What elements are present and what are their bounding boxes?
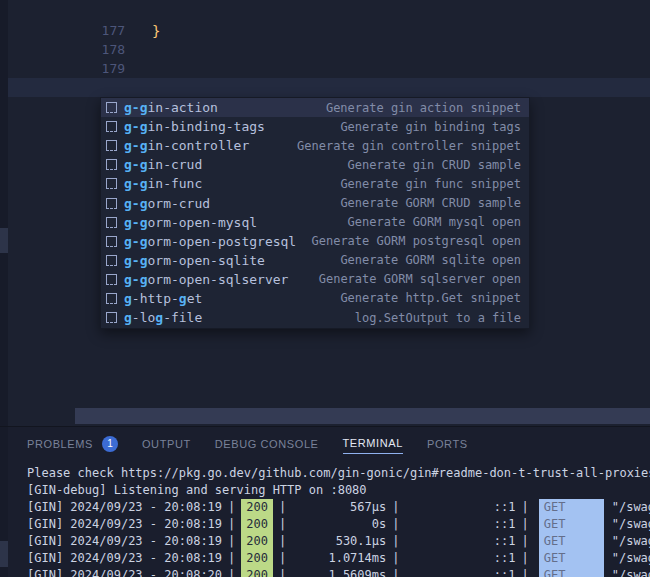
suggestion-item[interactable]: g-gin-action Generate gin action snippet [101,98,529,117]
snippet-icon [106,312,117,323]
tab-label: DEBUG CONSOLE [215,438,319,450]
client-ip: ::1 [405,550,515,567]
tab-label: OUTPUT [142,438,191,450]
tab-ports[interactable]: PORTS [427,432,468,454]
terminal-output[interactable]: Please check https://pkg.go.dev/github.c… [0,458,650,577]
suggestion-description: Generate gin func snippet [340,177,521,191]
latency-value: 567µs [292,499,386,516]
suggestion-label: g-gorm-open-postgresql [124,234,296,249]
http-method-badge: GET [539,533,604,550]
snippet-icon [106,255,117,266]
bottom-panel: PROBLEMS 1 OUTPUT DEBUG CONSOLE TERMINAL… [0,426,650,577]
gutter-decoration [0,541,8,567]
request-path: "/swagger/ [612,500,650,514]
terminal-info-line: Please check https://pkg.go.dev/github.c… [27,465,650,482]
client-ip: ::1 [405,516,515,533]
problems-count-badge: 1 [102,436,118,452]
request-path: "/swagger/ [612,551,650,565]
log-prefix: [GIN] 2024/09/23 - 20:08:19 [27,500,222,514]
tab-debug-console[interactable]: DEBUG CONSOLE [215,432,319,454]
http-method-badge: GET [539,499,604,516]
suggestion-item[interactable]: g-gin-controller Generate gin controller… [101,136,529,155]
suggestion-label: g-gin-crud [124,157,202,172]
suggestion-description: Generate gin binding tags [340,120,521,134]
tab-output[interactable]: OUTPUT [142,432,191,454]
suggestion-label: g-gorm-open-sqlite [124,253,265,268]
suggestion-label: g-gorm-open-sqlserver [124,272,288,287]
latency-value: 530.1µs [292,533,386,550]
snippet-icon [106,140,117,151]
suggestion-item[interactable]: g-gorm-open-postgresql Generate GORM pos… [101,232,529,251]
http-method-badge: GET [539,516,604,533]
code-area[interactable]: 177} 178 179 180 181g-g [8,2,650,97]
code-line-current[interactable]: 181g-g [8,78,650,97]
http-method-badge: GET [539,550,604,567]
request-path: "/swagger/ [612,568,650,577]
snippet-icon [106,293,117,304]
suggestion-description: Generate GORM sqlite open [340,253,521,267]
tab-label: PROBLEMS [27,438,93,450]
suggestion-label: g-gin-controller [124,138,249,153]
client-ip: ::1 [405,533,515,550]
suggestion-item[interactable]: g-gorm-crud Generate GORM CRUD sample [101,193,529,212]
suggestion-label: g-gorm-crud [124,196,210,211]
code-line[interactable]: 177} [8,2,650,21]
status-badge: 200 [241,516,273,533]
code-line[interactable]: 180 [8,59,650,78]
snippet-icon [106,236,117,247]
editor-left-gutter-strip [0,0,8,426]
suggestion-description: Generate GORM sqlserver open [319,272,521,286]
suggestion-item[interactable]: g-gin-func Generate gin func snippet [101,174,529,193]
terminal-log-line: [GIN] 2024/09/23 - 20:08:20|200|1.5609ms… [27,567,650,577]
suggestion-label: g-gin-action [124,100,218,115]
tab-label: PORTS [427,438,468,450]
http-method-badge: GET [539,567,604,577]
status-badge: 200 [241,550,273,567]
status-badge: 200 [241,567,273,577]
suggestion-item[interactable]: g-gin-binding-tags Generate gin binding … [101,117,529,136]
suggestion-item[interactable]: g-gorm-open-mysql Generate GORM mysql op… [101,213,529,232]
snippet-icon [106,121,117,132]
snippet-icon [106,198,117,209]
snippet-icon [106,159,117,170]
suggestion-item[interactable]: g-gin-crud Generate gin CRUD sample [101,155,529,174]
snippet-icon [106,274,117,285]
suggestion-item[interactable]: g-log-file log.SetOutput to a file [101,308,529,327]
request-path: "/swagger/ [612,517,650,531]
panel-left-gutter-strip [0,427,8,577]
log-prefix: [GIN] 2024/09/23 - 20:08:19 [27,517,222,531]
client-ip: ::1 [405,499,515,516]
tab-terminal[interactable]: TERMINAL [343,431,403,454]
suggestion-label: g-http-get [124,291,202,306]
editor-pane[interactable]: 177} 178 179 180 181g-g g-gin-action Gen… [0,0,650,426]
client-ip: ::1 [405,567,515,577]
horizontal-scrollbar[interactable] [75,408,650,424]
gutter-decoration [0,228,8,253]
suggestion-label: g-gin-func [124,176,202,191]
suggestion-description: Generate GORM postgresql open [311,234,521,248]
snippet-icon [106,217,117,228]
panel-tab-bar: PROBLEMS 1 OUTPUT DEBUG CONSOLE TERMINAL… [0,427,650,458]
status-badge: 200 [241,499,273,516]
latency-value: 1.5609ms [292,567,386,577]
suggestion-label: g-log-file [124,310,202,325]
tab-label: TERMINAL [343,437,403,449]
suggestion-item[interactable]: g-http-get Generate http.Get snippet [101,289,529,308]
code-line[interactable]: 179 [8,40,650,59]
suggestion-description: Generate gin CRUD sample [348,158,521,172]
log-prefix: [GIN] 2024/09/23 - 20:08:19 [27,551,222,565]
terminal-log-line: [GIN] 2024/09/23 - 20:08:19|200|0s|::1|G… [27,516,650,533]
snippet-icon [106,102,117,113]
tab-problems[interactable]: PROBLEMS 1 [27,430,118,456]
terminal-log-line: [GIN] 2024/09/23 - 20:08:19|200|530.1µs|… [27,533,650,550]
vscode-window: 177} 178 179 180 181g-g g-gin-action Gen… [0,0,650,577]
request-path: "/swagger/ [612,534,650,548]
suggestion-label: g-gin-binding-tags [124,119,265,134]
suggestion-item[interactable]: g-gorm-open-sqlite Generate GORM sqlite … [101,251,529,270]
suggestion-description: Generate http.Get snippet [340,291,521,305]
suggestion-item[interactable]: g-gorm-open-sqlserver Generate GORM sqls… [101,270,529,289]
latency-value: 0s [292,516,386,533]
code-line[interactable]: 178 [8,21,650,40]
suggestion-label: g-gorm-open-mysql [124,215,257,230]
suggestion-description: Generate gin controller snippet [297,139,521,153]
